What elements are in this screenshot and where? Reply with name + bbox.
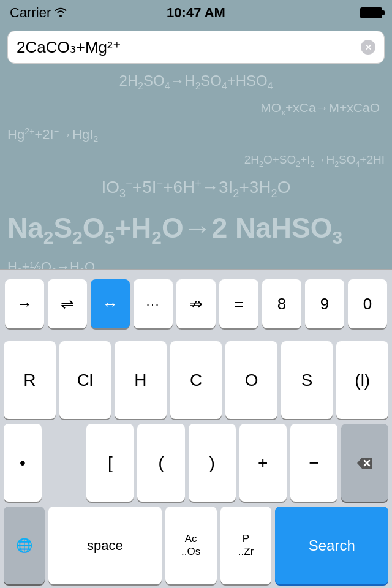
keyboard: → ⇌ ↔ ··· ⇏ = 8 9 0 R Cl H C O S (l) • […: [0, 270, 392, 588]
key-O[interactable]: O: [225, 341, 277, 419]
backspace-key[interactable]: [341, 424, 388, 502]
equation-6: Na2S2O5+H2O→2 NaHSO3: [0, 205, 392, 254]
status-time: 10:47 AM: [167, 5, 225, 21]
dotted-key[interactable]: ···: [134, 279, 173, 328]
double-arrow-key[interactable]: ↔: [91, 279, 130, 328]
search-input-wrapper: [7, 31, 385, 64]
equilibrium-key[interactable]: ⇌: [48, 279, 87, 328]
carrier-label: Carrier: [10, 5, 51, 21]
key-empty: [45, 424, 83, 502]
search-input[interactable]: [17, 38, 361, 57]
key-ac-os[interactable]: Ac..Os: [165, 507, 217, 584]
arrow-popup-row: → ⇌ ↔ ··· ⇏ = 8 9 0: [0, 270, 392, 337]
key-bracket-open[interactable]: [: [86, 424, 134, 502]
arrow-right-key[interactable]: →: [5, 279, 44, 328]
key-minus[interactable]: −: [290, 424, 337, 502]
equations-background: 2H2SO4→H2SO4+HSO4 MOx+xCa→M+xCaO Hg2++2I…: [0, 67, 392, 270]
wifi-icon: [55, 5, 67, 21]
globe-key[interactable]: 🌐: [4, 507, 45, 584]
kb-row-3: 🌐 space Ac..Os P..Zr Search: [4, 507, 388, 584]
equation-1: 2H2SO4→H2SO4+HSO4: [0, 67, 392, 96]
key-Cl[interactable]: Cl: [59, 341, 111, 419]
kb-row-2: • [ ( ) + −: [4, 424, 388, 502]
key-9[interactable]: 9: [305, 279, 344, 328]
key-8[interactable]: 8: [262, 279, 301, 328]
key-paren-open[interactable]: (: [137, 424, 184, 502]
equation-3: Hg2++2I−→HgI2: [0, 122, 392, 149]
key-C[interactable]: C: [170, 341, 222, 419]
battery-icon: [360, 7, 382, 18]
key-plus[interactable]: +: [239, 424, 287, 502]
search-button[interactable]: Search: [275, 507, 388, 584]
key-S[interactable]: S: [281, 341, 333, 419]
key-dot[interactable]: •: [4, 424, 42, 502]
clear-button[interactable]: [361, 40, 375, 55]
key-R[interactable]: R: [4, 341, 56, 419]
equation-7: H2+½O2→H2O: [0, 254, 392, 270]
space-key[interactable]: space: [48, 507, 162, 584]
key-p-zr[interactable]: P..Zr: [221, 507, 272, 584]
equation-2: MOx+xCa→M+xCaO: [0, 96, 392, 122]
key-l-state[interactable]: (l): [336, 341, 388, 419]
key-H[interactable]: H: [115, 341, 167, 419]
status-bar: Carrier 10:47 AM: [0, 0, 392, 26]
backspace-icon: [356, 456, 373, 470]
keyboard-main: R Cl H C O S (l) • [ ( ) + −: [0, 337, 392, 588]
kb-row-1: R Cl H C O S (l): [4, 341, 388, 419]
equals-key[interactable]: =: [219, 279, 258, 328]
key-paren-close[interactable]: ): [189, 424, 236, 502]
carrier-wifi: Carrier: [10, 5, 67, 21]
equation-4: 2H2O+SO2+I2→H2SO4+2HI: [0, 149, 392, 172]
equation-5: IO3−+5I−+6H+→3I2+3H2O: [0, 172, 392, 205]
not-implies-key[interactable]: ⇏: [176, 279, 216, 328]
search-bar: [7, 31, 385, 64]
key-0[interactable]: 0: [348, 279, 387, 328]
